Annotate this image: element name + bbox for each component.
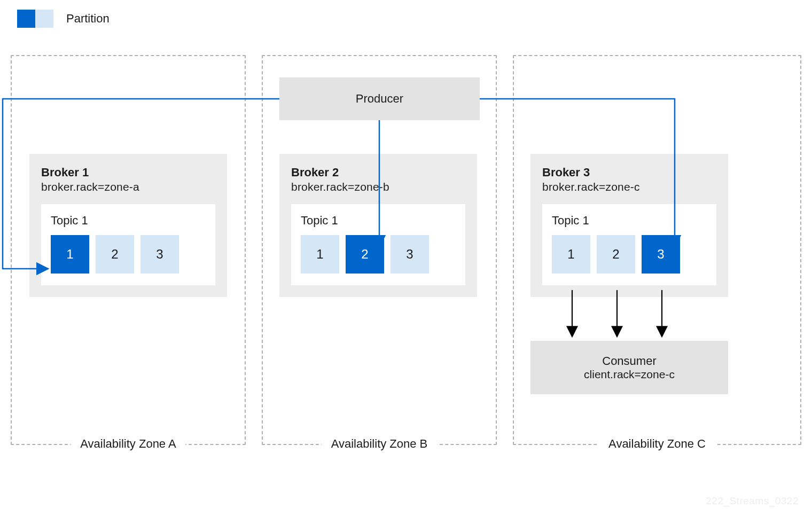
broker-1-partition-3: 3	[140, 235, 179, 274]
broker-2-partitions: 1 2 3	[301, 235, 456, 274]
broker-1-topic-title: Topic 1	[51, 214, 206, 228]
zone-b-label: Availability Zone B	[322, 437, 438, 451]
broker-2-title: Broker 2	[291, 166, 465, 179]
broker-1-title: Broker 1	[41, 166, 215, 179]
broker-2: Broker 2 broker.rack=zone-b Topic 1 1 2 …	[279, 154, 477, 297]
broker-1-partitions: 1 2 3	[51, 235, 206, 274]
broker-3-topic: Topic 1 1 2 3	[542, 204, 716, 285]
broker-1-partition-2: 2	[96, 235, 134, 274]
zone-a-label: Availability Zone A	[71, 437, 185, 451]
broker-2-topic-title: Topic 1	[301, 214, 456, 228]
broker-2-partition-2: 2	[346, 235, 384, 274]
broker-3-partition-1: 1	[552, 235, 590, 274]
broker-3-rack: broker.rack=zone-c	[542, 181, 716, 193]
consumer-title: Consumer	[602, 354, 656, 368]
legend-swatch-active	[17, 10, 35, 28]
broker-3-partitions: 1 2 3	[552, 235, 707, 274]
broker-3-partition-3: 3	[642, 235, 680, 274]
producer-label: Producer	[356, 92, 403, 106]
consumer-rack: client.rack=zone-c	[584, 368, 675, 381]
broker-1-partition-1: 1	[51, 235, 89, 274]
legend-swatch-inactive	[35, 10, 53, 28]
broker-2-partition-1: 1	[301, 235, 339, 274]
broker-3: Broker 3 broker.rack=zone-c Topic 1 1 2 …	[530, 154, 728, 297]
broker-1-rack: broker.rack=zone-a	[41, 181, 215, 193]
broker-3-title: Broker 3	[542, 166, 716, 179]
broker-2-topic: Topic 1 1 2 3	[291, 204, 465, 285]
broker-3-topic-title: Topic 1	[552, 214, 707, 228]
broker-1-topic: Topic 1 1 2 3	[41, 204, 215, 285]
producer-box: Producer	[279, 77, 480, 120]
legend-label: Partition	[66, 12, 110, 26]
broker-2-partition-3: 3	[391, 235, 429, 274]
broker-2-rack: broker.rack=zone-b	[291, 181, 465, 193]
broker-1: Broker 1 broker.rack=zone-a Topic 1 1 2 …	[29, 154, 227, 297]
consumer-box: Consumer client.rack=zone-c	[530, 341, 728, 394]
watermark: 222_Streams_0322	[706, 495, 799, 507]
broker-3-partition-2: 2	[597, 235, 635, 274]
legend: Partition	[17, 10, 110, 28]
zone-c-label: Availability Zone C	[599, 437, 715, 451]
